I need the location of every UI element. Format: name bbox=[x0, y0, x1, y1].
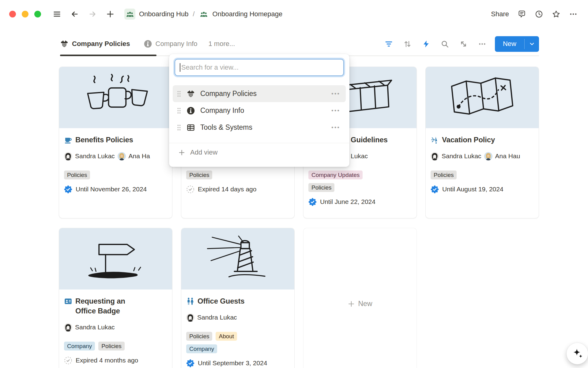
card-vacation-policy[interactable]: Vacation Policy Sandra Lukac Ana Hau Pol… bbox=[426, 67, 539, 218]
titlebar-actions: Share bbox=[488, 9, 579, 20]
close-window-button[interactable] bbox=[9, 11, 16, 17]
new-card-inner: New bbox=[348, 300, 372, 308]
tab-company-policies[interactable]: Company Policies bbox=[60, 40, 130, 48]
window-controls bbox=[9, 11, 41, 17]
automations-button[interactable] bbox=[421, 39, 432, 49]
breadcrumb-current[interactable]: Onboarding Homepage bbox=[213, 10, 283, 18]
card-people: Sandra Lukac bbox=[186, 313, 289, 322]
card-title-row: Vacation Policy bbox=[431, 135, 534, 145]
new-record-dropdown-button[interactable] bbox=[525, 36, 539, 52]
sidebar-toggle-button[interactable] bbox=[51, 9, 62, 20]
plus-icon bbox=[348, 300, 355, 308]
notion-ai-button[interactable] bbox=[567, 343, 588, 364]
map-illustration bbox=[435, 71, 530, 125]
expand-view-button[interactable] bbox=[458, 39, 469, 49]
page-history-button[interactable] bbox=[533, 9, 545, 20]
breadcrumb-parent-icon-tile[interactable] bbox=[124, 9, 135, 20]
team-icon bbox=[200, 10, 208, 18]
forward-button[interactable] bbox=[87, 9, 98, 20]
drag-handle-icon[interactable] bbox=[177, 108, 181, 114]
view-item-company-info[interactable]: Company Info ••• bbox=[173, 102, 346, 119]
tag-company: Company bbox=[64, 342, 95, 351]
drag-handle-icon[interactable] bbox=[177, 125, 181, 131]
new-record-button[interactable]: New bbox=[495, 36, 539, 52]
table-icon bbox=[187, 123, 195, 132]
tab-label: Company Info bbox=[156, 40, 198, 48]
chevron-down-icon bbox=[529, 41, 535, 47]
new-page-button[interactable] bbox=[105, 9, 116, 20]
zoom-window-button[interactable] bbox=[34, 11, 41, 17]
card-office-guests[interactable]: Office Guests Sandra Lukac Policies Abou… bbox=[181, 228, 294, 368]
view-item-options-button[interactable]: ••• bbox=[330, 107, 341, 115]
new-card-placeholder[interactable]: New bbox=[303, 228, 417, 368]
due-date-text: Until September 3, 2024 bbox=[198, 359, 267, 367]
card-due-date: Expired 14 days ago bbox=[186, 185, 289, 194]
tag-about: About bbox=[216, 332, 237, 341]
card-due-date: Until June 22, 2024 bbox=[308, 197, 412, 206]
sort-button[interactable] bbox=[402, 39, 413, 49]
bee-icon bbox=[187, 90, 195, 98]
view-item-tools-systems[interactable]: Tools & Systems ••• bbox=[173, 119, 346, 136]
filter-button[interactable] bbox=[384, 39, 394, 49]
favorite-button[interactable] bbox=[551, 9, 562, 20]
lighthouse-illustration bbox=[190, 232, 285, 286]
card-title-row: Office Guests bbox=[186, 296, 289, 306]
card-office-badge[interactable]: Requesting an Office Badge Sandra Lukac … bbox=[59, 228, 172, 368]
due-date-text: Until November 26, 2024 bbox=[76, 186, 147, 193]
comments-button[interactable] bbox=[516, 9, 527, 20]
tag-policies: Policies bbox=[186, 171, 212, 179]
card-tags: Policies bbox=[186, 171, 289, 179]
tag-policies: Policies bbox=[431, 171, 457, 179]
card-tags: Policies bbox=[64, 171, 167, 179]
card-due-date: Expired 4 months ago bbox=[64, 356, 167, 365]
ellipsis-icon bbox=[569, 10, 578, 18]
avatar bbox=[484, 152, 492, 160]
view-item-options-button[interactable]: ••• bbox=[330, 90, 341, 98]
view-item-company-policies[interactable]: Company Policies ••• bbox=[173, 85, 346, 102]
breadcrumb-parent[interactable]: Onboarding Hub bbox=[139, 10, 188, 18]
card-tags: Policies bbox=[308, 183, 412, 192]
page-options-button[interactable] bbox=[568, 9, 579, 20]
person-name: Sandra Lukac bbox=[197, 314, 237, 321]
coffee-cups-illustration bbox=[68, 71, 163, 125]
due-date-text: Expired 4 months ago bbox=[76, 357, 138, 364]
person-name: Sandra Lukac bbox=[75, 324, 115, 331]
tab-company-info[interactable]: Company Info bbox=[144, 40, 198, 48]
plus-icon bbox=[106, 10, 115, 18]
card-benefits-policies[interactable]: Benefits Policies Sandra Lukac Ana Ha Po… bbox=[59, 67, 172, 218]
bee-icon bbox=[60, 40, 69, 48]
arrow-left-icon bbox=[70, 10, 79, 18]
card-due-date: Until September 3, 2024 bbox=[186, 359, 289, 367]
new-record-label[interactable]: New bbox=[495, 36, 524, 52]
sort-icon bbox=[403, 40, 412, 48]
view-item-options-button[interactable]: ••• bbox=[330, 124, 341, 132]
minimize-window-button[interactable] bbox=[22, 11, 28, 17]
view-list: Company Policies ••• Company Info ••• To… bbox=[169, 85, 349, 136]
new-card-label: New bbox=[358, 300, 372, 308]
card-title-row: Requesting an Office Badge bbox=[64, 296, 167, 316]
notion-window: Onboarding Hub / Onboarding Homepage Sha… bbox=[0, 0, 588, 368]
back-button[interactable] bbox=[69, 9, 80, 20]
add-view-button[interactable]: Add view bbox=[169, 143, 349, 162]
card-people: Sandra Lukac bbox=[64, 323, 167, 332]
share-button[interactable]: Share bbox=[488, 9, 512, 19]
avatar bbox=[64, 323, 72, 332]
breadcrumb-current-icon bbox=[199, 9, 209, 19]
search-icon bbox=[441, 40, 449, 48]
tag-policies: Policies bbox=[98, 342, 124, 351]
card-people: Sandra Lukac Ana Hau bbox=[431, 151, 534, 161]
lightning-icon bbox=[422, 40, 430, 48]
card-people: Sandra Lukac Ana Ha bbox=[64, 151, 167, 161]
info-icon bbox=[144, 40, 152, 48]
id-badge-icon bbox=[64, 297, 72, 305]
card-due-date: Until August 19, 2024 bbox=[431, 185, 534, 194]
people-icon bbox=[186, 297, 194, 305]
drag-handle-icon[interactable] bbox=[177, 91, 181, 97]
card-cover bbox=[59, 228, 172, 289]
more-views-button[interactable]: 1 more... bbox=[208, 40, 235, 48]
card-tags: Company Updates bbox=[308, 171, 412, 179]
search-button[interactable] bbox=[440, 39, 450, 49]
view-search-input[interactable] bbox=[175, 59, 344, 76]
card-title: Office Guests bbox=[198, 296, 244, 306]
view-options-button[interactable] bbox=[477, 39, 488, 49]
